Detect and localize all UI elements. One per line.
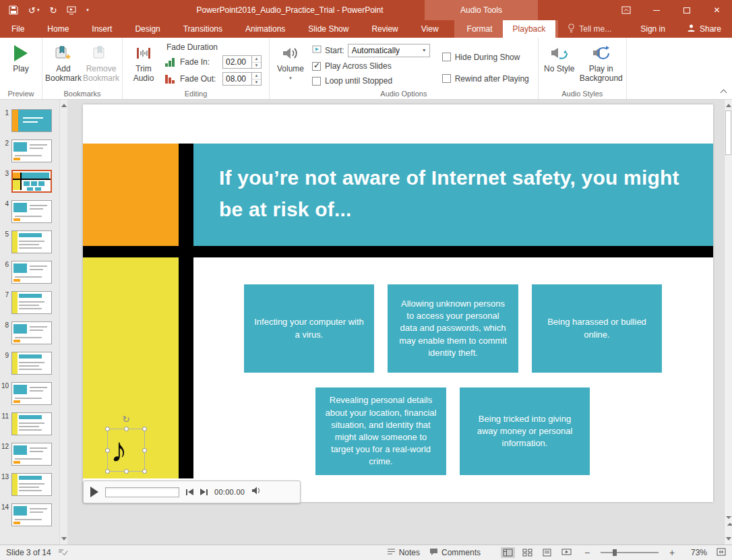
- normal-view-button[interactable]: [501, 547, 515, 558]
- resize-handle-s[interactable]: [124, 469, 129, 474]
- player-progress-bar[interactable]: [105, 487, 179, 497]
- share-button[interactable]: Share: [676, 20, 732, 38]
- start-dropdown[interactable]: Automatically ▼: [348, 44, 430, 57]
- tab-design[interactable]: Design: [123, 20, 171, 38]
- zoom-in-button[interactable]: +: [668, 547, 676, 558]
- save-icon[interactable]: [9, 5, 18, 15]
- canvas-scrollbar[interactable]: [724, 100, 732, 545]
- zoom-out-button[interactable]: −: [583, 547, 591, 558]
- slide-thumbnail-preview[interactable]: [11, 382, 52, 405]
- fade-in-down-arrow[interactable]: ▼: [252, 63, 261, 69]
- notes-button[interactable]: Notes: [387, 548, 420, 557]
- play-across-slides-option[interactable]: Play Across Slides: [312, 59, 430, 73]
- slide-thumbnail-preview[interactable]: [11, 109, 52, 132]
- play-across-slides-checkbox[interactable]: [312, 62, 321, 71]
- slide-thumbnail-9[interactable]: 9: [0, 352, 59, 375]
- volume-button[interactable]: Volume ▾: [272, 40, 309, 88]
- add-bookmark-button[interactable]: Add Bookmark: [44, 40, 82, 88]
- audio-object[interactable]: ↻ ♪: [107, 429, 145, 472]
- scroll-down-icon[interactable]: [61, 537, 67, 540]
- slide-thumbnail-1[interactable]: 1: [0, 109, 59, 132]
- rewind-after-playing-checkbox[interactable]: [442, 74, 451, 83]
- scroll-up-icon[interactable]: [61, 104, 67, 107]
- canvas-scroll-down-icon[interactable]: [726, 537, 731, 540]
- slide-thumbnail-6[interactable]: 6: [0, 261, 59, 284]
- slide-show-view-button[interactable]: [559, 547, 574, 558]
- tab-file[interactable]: File: [0, 20, 36, 38]
- resize-handle-se[interactable]: [142, 469, 147, 474]
- zoom-slider-thumb[interactable]: [613, 549, 617, 556]
- content-box-3[interactable]: Being harassed or bullied online.: [532, 284, 662, 373]
- slide-thumbnail-7[interactable]: 7: [0, 291, 59, 314]
- canvas-scroll-up-icon[interactable]: [726, 104, 731, 107]
- player-step-back-button[interactable]: [186, 489, 193, 495]
- fade-in-spinner[interactable]: 02.00 ▲▼: [222, 55, 262, 69]
- no-style-button[interactable]: No Style: [541, 40, 578, 88]
- slide-thumbnail-preview[interactable]: [11, 291, 52, 314]
- start-dropdown-arrow[interactable]: ▼: [419, 48, 429, 53]
- player-play-button[interactable]: [90, 487, 98, 497]
- slide-thumbnail-5[interactable]: 5: [0, 230, 59, 253]
- loop-until-stopped-option[interactable]: Loop until Stopped: [312, 73, 430, 88]
- content-box-5[interactable]: Being tricked into giving away money or …: [460, 387, 590, 475]
- slide-thumbnail-preview[interactable]: [11, 170, 52, 193]
- tab-transitions[interactable]: Transitions: [172, 20, 234, 38]
- audio-note-icon[interactable]: ♪: [111, 431, 127, 470]
- trim-audio-button[interactable]: Trim Audio: [125, 40, 162, 88]
- sign-in-button[interactable]: Sign in: [630, 20, 676, 38]
- remove-bookmark-button[interactable]: Remove Bookmark: [82, 40, 120, 88]
- fade-out-down-arrow[interactable]: ▼: [252, 80, 261, 86]
- slide-thumbnail-preview[interactable]: [11, 443, 52, 466]
- resize-handle-e[interactable]: [142, 448, 147, 453]
- slide-3[interactable]: If you’re not aware of Internet safety, …: [83, 104, 713, 502]
- rewind-after-playing-option[interactable]: Rewind after Playing: [442, 71, 529, 86]
- slide-thumbnail-4[interactable]: 4: [0, 200, 59, 223]
- collapse-ribbon-icon[interactable]: [721, 90, 727, 96]
- slide-thumbnail-14[interactable]: 14: [0, 503, 59, 526]
- slide-thumbnail-3[interactable]: 3: [0, 170, 59, 193]
- slide-thumbnail-8[interactable]: 8: [0, 321, 59, 344]
- tab-playback[interactable]: Playback: [503, 20, 556, 38]
- resize-handle-nw[interactable]: [105, 427, 110, 431]
- slide-thumbnail-preview[interactable]: [11, 503, 52, 526]
- hide-during-show-checkbox[interactable]: [442, 53, 451, 61]
- fade-out-spinner[interactable]: 08.00 ▲▼: [222, 72, 262, 86]
- tab-review[interactable]: Review: [360, 20, 409, 38]
- player-step-forward-button[interactable]: [200, 489, 208, 495]
- thumbnail-scrollbar[interactable]: [59, 100, 67, 545]
- slide-thumbnail-preview[interactable]: [11, 230, 52, 253]
- fade-out-value[interactable]: 08.00: [223, 73, 251, 85]
- comments-button[interactable]: Comments: [429, 548, 481, 558]
- resize-handle-w[interactable]: [105, 448, 110, 453]
- tab-slide-show[interactable]: Slide Show: [297, 20, 360, 38]
- tab-view[interactable]: View: [410, 20, 450, 38]
- start-from-beginning-icon[interactable]: [67, 6, 76, 15]
- zoom-percentage[interactable]: 73%: [685, 548, 707, 557]
- redo-icon[interactable]: ↻: [49, 5, 57, 15]
- canvas-scroll-thumb[interactable]: [725, 111, 731, 155]
- tab-home[interactable]: Home: [36, 20, 80, 38]
- loop-until-stopped-checkbox[interactable]: [312, 77, 321, 86]
- slide-thumbnail-13[interactable]: 13: [0, 473, 59, 496]
- slide-thumbnail-preview[interactable]: [11, 139, 52, 162]
- hide-during-show-option[interactable]: Hide During Show: [442, 49, 529, 65]
- slide-indicator[interactable]: Slide 3 of 14: [6, 548, 51, 557]
- slide-thumbnail-preview[interactable]: [11, 200, 52, 223]
- minimize-button[interactable]: [641, 0, 671, 20]
- slide-thumbnail-preview[interactable]: [11, 261, 52, 284]
- content-box-1[interactable]: Infecting your computer with a virus.: [244, 284, 374, 373]
- slide-thumbnail-10[interactable]: 10: [0, 382, 59, 405]
- slide-thumbnail-preview[interactable]: [11, 321, 52, 344]
- resize-handle-sw[interactable]: [105, 469, 110, 474]
- rotate-handle[interactable]: ↻: [122, 414, 130, 424]
- resize-handle-ne[interactable]: [142, 427, 147, 431]
- slide-thumbnail-preview[interactable]: [11, 473, 52, 496]
- tell-me-box[interactable]: Tell me...: [558, 20, 621, 38]
- fade-in-value[interactable]: 02.00: [223, 56, 251, 68]
- reading-view-button[interactable]: [540, 547, 554, 558]
- slide-thumbnail-preview[interactable]: [11, 352, 52, 375]
- tab-animations[interactable]: Animations: [234, 20, 297, 38]
- zoom-slider[interactable]: [601, 549, 659, 557]
- next-slide-button[interactable]: [726, 519, 732, 531]
- resize-handle-n[interactable]: [124, 427, 129, 431]
